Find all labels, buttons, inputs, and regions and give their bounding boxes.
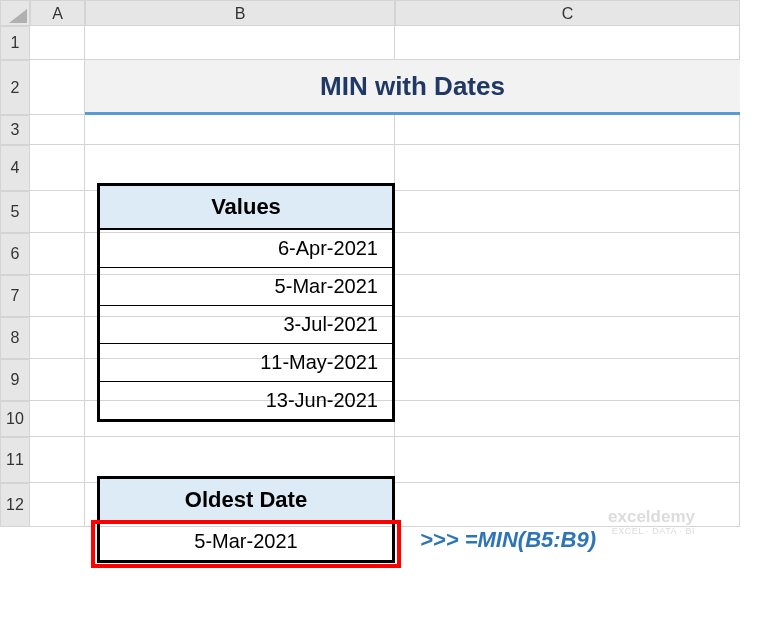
cell-c10[interactable] bbox=[395, 401, 740, 437]
value-row[interactable]: 11-May-2021 bbox=[100, 344, 392, 382]
row-header-8[interactable]: 8 bbox=[0, 317, 30, 359]
row-header-6[interactable]: 6 bbox=[0, 233, 30, 275]
cell-a11[interactable] bbox=[30, 437, 85, 483]
cell-c12[interactable] bbox=[395, 483, 740, 527]
cell-a4[interactable] bbox=[30, 145, 85, 191]
row-header-11[interactable]: 11 bbox=[0, 437, 30, 483]
cell-a2[interactable] bbox=[30, 60, 85, 115]
formula-annotation: >>> =MIN(B5:B9) bbox=[420, 527, 596, 553]
col-header-c[interactable]: C bbox=[395, 0, 740, 26]
cell-a1[interactable] bbox=[30, 26, 85, 60]
cell-c8[interactable] bbox=[395, 317, 740, 359]
cell-a10[interactable] bbox=[30, 401, 85, 437]
page-title: MIN with Dates bbox=[85, 60, 740, 115]
row-header-12[interactable]: 12 bbox=[0, 483, 30, 527]
cell-a5[interactable] bbox=[30, 191, 85, 233]
cell-a6[interactable] bbox=[30, 233, 85, 275]
cell-c5[interactable] bbox=[395, 191, 740, 233]
row-header-9[interactable]: 9 bbox=[0, 359, 30, 401]
col-header-a[interactable]: A bbox=[30, 0, 85, 26]
cell-c1[interactable] bbox=[395, 26, 740, 60]
values-header: Values bbox=[100, 186, 392, 230]
row-header-7[interactable]: 7 bbox=[0, 275, 30, 317]
cell-c7[interactable] bbox=[395, 275, 740, 317]
cell-c4[interactable] bbox=[395, 145, 740, 191]
cell-c11[interactable] bbox=[395, 437, 740, 483]
result-value[interactable]: 5-Mar-2021 bbox=[100, 523, 392, 560]
row-header-4[interactable]: 4 bbox=[0, 145, 30, 191]
cell-a9[interactable] bbox=[30, 359, 85, 401]
value-row[interactable]: 5-Mar-2021 bbox=[100, 268, 392, 306]
values-table: Values 6-Apr-2021 5-Mar-2021 3-Jul-2021 … bbox=[97, 183, 395, 422]
row-header-3[interactable]: 3 bbox=[0, 115, 30, 145]
cell-a7[interactable] bbox=[30, 275, 85, 317]
cell-a3[interactable] bbox=[30, 115, 85, 145]
row-header-5[interactable]: 5 bbox=[0, 191, 30, 233]
select-all-corner[interactable] bbox=[0, 0, 30, 26]
row-header-2[interactable]: 2 bbox=[0, 60, 30, 115]
cell-a8[interactable] bbox=[30, 317, 85, 359]
cell-a12[interactable] bbox=[30, 483, 85, 527]
value-row[interactable]: 3-Jul-2021 bbox=[100, 306, 392, 344]
cell-b1[interactable] bbox=[85, 26, 395, 60]
result-header: Oldest Date bbox=[100, 479, 392, 523]
cell-b3[interactable] bbox=[85, 115, 395, 145]
row-header-10[interactable]: 10 bbox=[0, 401, 30, 437]
cell-c9[interactable] bbox=[395, 359, 740, 401]
result-table: Oldest Date 5-Mar-2021 bbox=[97, 476, 395, 563]
watermark-bot: EXCEL · DATA · BI bbox=[608, 527, 695, 537]
col-header-b[interactable]: B bbox=[85, 0, 395, 26]
value-row[interactable]: 6-Apr-2021 bbox=[100, 230, 392, 268]
row-header-1[interactable]: 1 bbox=[0, 26, 30, 60]
value-row[interactable]: 13-Jun-2021 bbox=[100, 382, 392, 419]
cell-c3[interactable] bbox=[395, 115, 740, 145]
cell-c6[interactable] bbox=[395, 233, 740, 275]
